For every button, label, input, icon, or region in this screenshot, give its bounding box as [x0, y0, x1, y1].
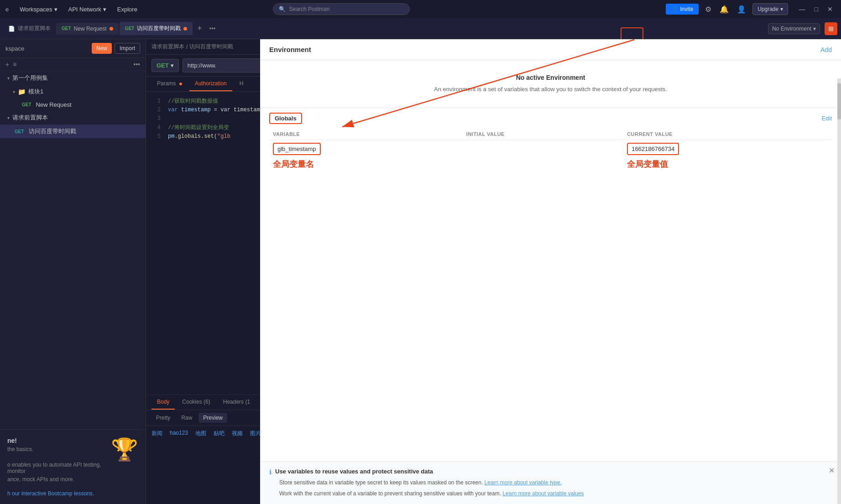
tab-dot	[110, 27, 113, 31]
collapse-icon: ▾	[13, 89, 15, 94]
sidebar-item-baidu-ts[interactable]: GET 访问百度带时间戳	[0, 125, 146, 138]
scrollbar[interactable]	[837, 78, 841, 504]
info-close-button[interactable]: ✕	[829, 466, 835, 475]
upgrade-button[interactable]: Upgrade ▾	[752, 3, 788, 15]
resp-raw-tab[interactable]: Raw	[177, 413, 197, 423]
notifications-button[interactable]: 🔔	[718, 3, 731, 16]
info-line2: Work with the current value of a variabl…	[279, 489, 832, 498]
info-line1: Store sensitive data in variable type se…	[279, 478, 832, 487]
sidebar-item-module1[interactable]: ▾ 📁 模块1	[0, 85, 146, 99]
method-badge-get: GET	[62, 26, 71, 31]
breadcrumb-link[interactable]: 请求前置脚本	[151, 43, 184, 51]
chevron-down-icon: ▾	[103, 6, 106, 13]
label-global-name: 全局变量名	[273, 159, 459, 170]
settings-button[interactable]: ⚙	[703, 3, 713, 16]
col-initial: INITIAL VALUE	[463, 129, 624, 140]
promo-sub: the basics.	[7, 446, 107, 452]
sidebar-item-pre-script[interactable]: ▾ 请求前置脚本	[0, 111, 146, 125]
sidebar-promo: ne! the basics. o enables you to automat…	[0, 429, 146, 504]
explore-menu[interactable]: Explore	[114, 4, 141, 15]
env-selector[interactable]: No Environment ▾	[768, 23, 820, 34]
info-link1[interactable]: Learn more about variable type.	[485, 479, 562, 486]
globals-button[interactable]: Globals	[269, 113, 302, 124]
resp-tab-body[interactable]: Body	[151, 395, 175, 410]
link-video[interactable]: 视频	[232, 430, 243, 437]
link-images[interactable]: 图片	[250, 430, 261, 437]
titlebar-right: 👤 Invite ⚙ 🔔 👤 Upgrade ▾ — □ ✕	[666, 3, 836, 16]
link-tieba[interactable]: 贴吧	[214, 430, 225, 437]
env-panel-header: Environment Add	[260, 39, 841, 60]
search-icon: 🔍	[279, 6, 286, 12]
add-tab-button[interactable]: +	[193, 24, 206, 33]
globals-section: Globals Edit VARIABLE INITIAL VALUE CURR…	[260, 108, 841, 504]
resp-tab-headers[interactable]: Headers (1	[218, 395, 256, 410]
tab-visit-baidu[interactable]: GET 访问百度带时间戳	[120, 22, 193, 35]
collapse-icon: ▾	[7, 76, 10, 81]
collapse-icon: ▾	[7, 115, 10, 120]
env-panel: Environment Add No active Environment An…	[260, 39, 841, 504]
filter-button[interactable]: ≡	[13, 61, 16, 68]
globals-table: VARIABLE INITIAL VALUE CURRENT VALUE glb…	[269, 129, 832, 172]
workspaces-menu[interactable]: Workspaces ▾	[16, 4, 61, 15]
env-add-button[interactable]: Add	[820, 46, 832, 53]
minimize-button[interactable]: —	[796, 5, 808, 14]
sidebar-actions: New Import	[92, 43, 140, 54]
params-dot	[179, 83, 182, 85]
resp-pretty-tab[interactable]: Pretty	[151, 413, 175, 423]
env-panel-button[interactable]: ⊞	[825, 22, 837, 35]
sidebar-header: kspace New Import	[0, 39, 146, 58]
maximize-button[interactable]: □	[812, 5, 821, 14]
info-banner: ✕ ℹ Use variables to reuse values and pr…	[260, 461, 841, 504]
tab-params[interactable]: Params	[151, 77, 188, 91]
search-bar[interactable]: 🔍 Search Postman	[273, 3, 410, 15]
add-collection-button[interactable]: +	[5, 61, 9, 68]
trophy-icon: 🏆	[111, 437, 138, 462]
more-options-button[interactable]: •••	[133, 61, 140, 68]
avatar-button[interactable]: 👤	[735, 3, 748, 16]
promo-desc: o enables you to automate API testing, m…	[7, 462, 107, 474]
window-controls: — □ ✕	[796, 5, 836, 14]
sidebar-item-collection1[interactable]: ▾ 第一个用例集	[0, 71, 146, 85]
more-tabs-button[interactable]: •••	[207, 25, 219, 32]
invite-button[interactable]: 👤 Invite	[666, 4, 699, 15]
new-button[interactable]: New	[92, 43, 112, 54]
titlebar: e Workspaces ▾ API Network ▾ Explore 🔍 S…	[0, 0, 841, 18]
chevron-down-icon: ▾	[813, 26, 816, 32]
globals-header: Globals Edit	[269, 113, 832, 124]
resp-preview-tab[interactable]: Preview	[198, 413, 227, 423]
link-news[interactable]: 新闻	[151, 430, 162, 437]
tab-authorization[interactable]: Authorization	[189, 77, 232, 91]
globals-edit-button[interactable]: Edit	[822, 115, 832, 122]
method-badge-get2: GET	[125, 26, 135, 31]
method-selector[interactable]: GET ▾	[151, 59, 179, 72]
person-plus-icon: 👤	[671, 6, 678, 12]
tab-headers[interactable]: H	[234, 77, 249, 91]
var-value: 1662186766734	[627, 143, 679, 155]
chevron-down-icon: ▾	[780, 6, 783, 12]
close-button[interactable]: ✕	[825, 5, 836, 14]
no-active-env-section: No active Environment An environment is …	[260, 60, 841, 108]
no-env-desc: An environment is a set of variables tha…	[269, 85, 832, 94]
sidebar: kspace New Import + ≡ ••• ▾ 第一个用例集 ▾ 📁 模…	[0, 39, 146, 504]
app-label: e	[5, 6, 9, 13]
promo-link[interactable]: h our interactive Bootcamp lessons.	[7, 490, 94, 497]
globals-row-1: glb_timestamp 全局变量名 1662186766734 全局变量值	[269, 140, 832, 172]
tab-new-request[interactable]: GET New Request	[56, 23, 119, 35]
api-network-menu[interactable]: API Network ▾	[65, 4, 110, 15]
pre-script-tab-label[interactable]: 📄 请求前置脚本	[4, 22, 55, 35]
get-badge: GET	[20, 102, 33, 108]
info-link2[interactable]: Learn more about variable values	[502, 490, 584, 497]
link-hao123[interactable]: hao123	[170, 430, 188, 437]
resp-tab-cookies[interactable]: Cookies (6)	[177, 395, 215, 410]
info-content: Store sensitive data in variable type se…	[269, 478, 832, 498]
info-icon: ℹ	[269, 468, 272, 476]
link-map[interactable]: 地图	[195, 430, 206, 437]
env-panel-title: Environment	[269, 46, 820, 53]
info-row-1: ℹ Use variables to reuse values and prot…	[269, 468, 832, 476]
import-button[interactable]: Import	[115, 43, 140, 54]
get-badge-teal: GET	[13, 129, 26, 135]
sidebar-item-new-request[interactable]: GET New Request	[0, 99, 146, 111]
tab-bar: 📄 请求前置脚本 GET New Request GET 访问百度带时间戳 + …	[0, 18, 841, 39]
col-variable: VARIABLE	[269, 129, 463, 140]
nav-bar: Workspaces ▾ API Network ▾ Explore	[16, 4, 141, 15]
